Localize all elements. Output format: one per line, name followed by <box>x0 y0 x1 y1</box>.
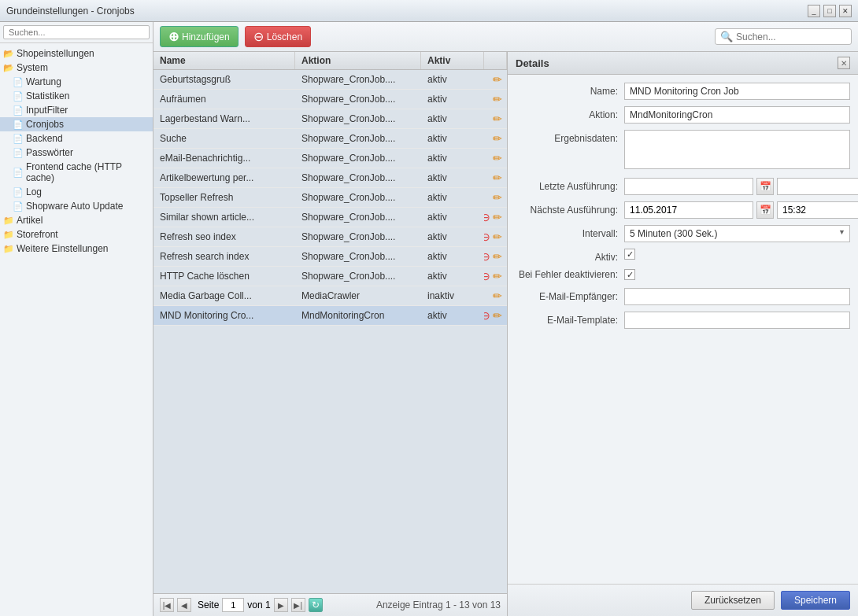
add-button[interactable]: ⊕ Hinzufügen <box>160 26 239 47</box>
table-row[interactable]: Artikelbewertung per...Shopware_CronJob.… <box>153 168 507 188</box>
aktion-field <box>624 106 850 124</box>
table-row[interactable]: Similar shown article...Shopware_CronJob… <box>153 208 507 227</box>
sidebar-item-storefront[interactable]: 📁Storefront <box>0 227 153 242</box>
last-page-button[interactable]: ▶| <box>291 598 305 612</box>
edit-button[interactable]: ✏ <box>493 270 502 282</box>
table-row[interactable]: Topseller RefreshShopware_CronJob....akt… <box>153 188 507 208</box>
sidebar-item-shopeinstellungen[interactable]: 📂Shopeinstellungen <box>0 46 153 61</box>
disable-button[interactable]: ⊖ <box>484 231 490 243</box>
table-row[interactable]: eMail-Benachrichtig...Shopware_CronJob..… <box>153 149 507 168</box>
edit-button[interactable]: ✏ <box>493 211 502 223</box>
table-row[interactable]: HTTP Cache löschenShopware_CronJob....ak… <box>153 267 507 286</box>
beifehler-checkbox[interactable] <box>624 269 635 280</box>
file-icon: 📄 <box>13 91 24 101</box>
toolbar: ⊕ Hinzufügen ⊖ Löschen 🔍 <box>153 22 858 52</box>
intervall-select[interactable]: 5 Minuten (300 Sek.) <box>624 225 850 242</box>
save-button[interactable]: Speichern <box>781 591 850 610</box>
folder-closed-icon: 📁 <box>3 216 14 226</box>
naechste-date-input[interactable] <box>624 201 753 219</box>
form-row-email-empfaenger: E-Mail-Empfänger: <box>516 288 850 305</box>
naechste-date-picker[interactable]: 📅 <box>756 201 774 219</box>
table-row[interactable]: Refresh seo indexShopware_CronJob....akt… <box>153 227 507 247</box>
table-row[interactable]: SucheShopware_CronJob....aktiv✏ <box>153 129 507 149</box>
sidebar-item-frontend-cache[interactable]: 📄Frontend cache (HTTP cache) <box>0 160 153 185</box>
split-panel: Name Aktion Aktiv GeburtstagsgrußShopwar… <box>153 52 858 616</box>
row-ops: ⊖✏ <box>484 267 507 286</box>
details-close-button[interactable]: ✕ <box>838 57 850 69</box>
col-header-action[interactable]: Aktion <box>295 52 421 69</box>
details-header: Details ✕ <box>508 52 858 75</box>
row-ops: ✏ <box>484 188 507 207</box>
letzte-date-picker[interactable]: 📅 <box>756 178 774 195</box>
sidebar-item-statistiken[interactable]: 📄Statistiken <box>0 89 153 103</box>
sidebar-item-backend[interactable]: 📄Backend <box>0 131 153 146</box>
edit-button[interactable]: ✏ <box>493 152 502 164</box>
edit-button[interactable]: ✏ <box>493 172 502 184</box>
folder-closed-icon: 📁 <box>3 244 14 254</box>
email-empfaenger-input[interactable] <box>624 288 850 305</box>
letzte-time-input[interactable] <box>777 178 858 195</box>
sidebar-item-inputfilter[interactable]: 📄InputFilter <box>0 103 153 117</box>
table-row[interactable]: Media Garbage Coll...MediaCrawlerinaktiv… <box>153 286 507 306</box>
maximize-button[interactable]: □ <box>823 5 836 17</box>
naechste-time-input[interactable] <box>777 201 858 219</box>
email-empfaenger-field <box>624 288 850 305</box>
sidebar-item-label: Cronjobs <box>26 119 64 130</box>
sidebar-item-weitere-einstellungen[interactable]: 📁Weitere Einstellungen <box>0 242 153 256</box>
disable-button[interactable]: ⊖ <box>484 270 490 282</box>
row-action: Shopware_CronJob.... <box>295 169 421 186</box>
sidebar-item-wartung[interactable]: 📄Wartung <box>0 75 153 89</box>
sidebar-item-cronjobs[interactable]: 📄Cronjobs <box>0 117 153 131</box>
row-ops: ✏ <box>484 70 507 89</box>
row-name: Aufräumen <box>153 90 295 108</box>
edit-button[interactable]: ✏ <box>493 132 502 145</box>
sidebar-item-log[interactable]: 📄Log <box>0 185 153 199</box>
page-number-input[interactable] <box>222 598 244 612</box>
sidebar-item-label: Backend <box>26 133 63 144</box>
col-header-aktiv[interactable]: Aktiv <box>421 52 484 69</box>
edit-button[interactable]: ✏ <box>493 290 502 302</box>
edit-button[interactable]: ✏ <box>493 113 502 125</box>
first-page-button[interactable]: |◀ <box>160 598 174 612</box>
edit-button[interactable]: ✏ <box>493 191 502 204</box>
edit-button[interactable]: ✏ <box>493 250 502 263</box>
sidebar-item-system[interactable]: 📂System <box>0 61 153 75</box>
row-ops: ✏ <box>484 168 507 187</box>
disable-button[interactable]: ⊖ <box>484 309 490 322</box>
delete-button[interactable]: ⊖ Löschen <box>245 26 311 47</box>
sidebar-search-input[interactable] <box>3 25 150 39</box>
edit-button[interactable]: ✏ <box>493 231 502 243</box>
ergebnisdaten-textarea[interactable] <box>624 130 850 169</box>
table-row[interactable]: Refresh search indexShopware_CronJob....… <box>153 247 507 267</box>
edit-button[interactable]: ✏ <box>493 73 502 86</box>
prev-page-button[interactable]: ◀ <box>177 598 191 612</box>
file-icon: 📄 <box>13 168 24 178</box>
disable-button[interactable]: ⊖ <box>484 211 490 223</box>
close-button[interactable]: ✕ <box>839 5 852 17</box>
beifehler-label: Bei Fehler deaktivieren: <box>516 269 618 282</box>
next-page-button[interactable]: ▶ <box>274 598 288 612</box>
row-name: Geburtstagsgruß <box>153 71 295 88</box>
edit-button[interactable]: ✏ <box>493 309 502 322</box>
table-row[interactable]: GeburtstagsgrußShopware_CronJob....aktiv… <box>153 70 507 90</box>
sidebar-item-passwörter[interactable]: 📄Passwörter <box>0 146 153 160</box>
form-row-naechste: Nächste Ausführung: 📅 🕐 <box>516 201 850 219</box>
email-template-input[interactable] <box>624 312 850 329</box>
col-header-name[interactable]: Name <box>153 52 295 69</box>
aktiv-checkbox[interactable] <box>624 249 635 260</box>
table-row[interactable]: AufräumenShopware_CronJob....aktiv✏ <box>153 90 507 109</box>
name-input[interactable] <box>624 83 850 100</box>
refresh-button[interactable]: ↻ <box>309 598 323 612</box>
letzte-date-input[interactable] <box>624 178 753 195</box>
sidebar-item-artikel[interactable]: 📁Artikel <box>0 213 153 227</box>
table-row[interactable]: MND Monitoring Cro...MndMonitoringCronak… <box>153 306 507 326</box>
edit-button[interactable]: ✏ <box>493 93 502 105</box>
toolbar-search-input[interactable] <box>736 31 846 42</box>
aktion-input[interactable] <box>624 106 850 124</box>
disable-button[interactable]: ⊖ <box>484 250 490 263</box>
reset-button[interactable]: Zurücksetzen <box>691 591 775 610</box>
pagination-info: Anzeige Eintrag 1 - 13 von 13 <box>376 599 501 610</box>
table-row[interactable]: Lagerbestand Warn...Shopware_CronJob....… <box>153 109 507 129</box>
sidebar-item-shopware-auto-update[interactable]: 📄Shopware Auto Update <box>0 199 153 213</box>
minimize-button[interactable]: _ <box>808 5 820 17</box>
